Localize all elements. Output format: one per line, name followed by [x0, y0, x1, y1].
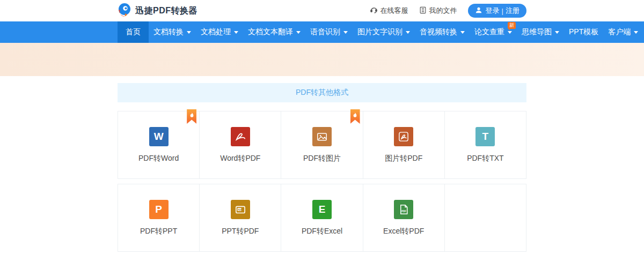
- my-files-label: 我的文件: [429, 6, 457, 16]
- card-label: 图片转PDF: [385, 154, 422, 163]
- converter-grid-row1: W PDF转Word Word转PDF PDF转图片: [118, 111, 526, 179]
- nav-item-av-convert[interactable]: 音视频转换: [415, 21, 470, 43]
- nav-item-home[interactable]: 首页: [118, 21, 149, 43]
- file-pdf-icon: PDF: [394, 200, 413, 219]
- card-pdf-to-excel[interactable]: E PDF转Excel: [281, 184, 363, 252]
- card-pdf-to-ppt[interactable]: P PDF转PPT: [118, 184, 200, 252]
- hot-bookmark-icon: [350, 109, 360, 124]
- main-nav: 首页 文档转换 文档处理 文档文本翻译 语音识别 图片文字识别 音视频转换 论文…: [0, 21, 644, 43]
- card-label: PDF转Word: [138, 154, 179, 163]
- nav-item-doc-convert[interactable]: 文档转换: [149, 21, 196, 43]
- image-icon: [312, 127, 332, 146]
- card-label: PDF转PPT: [140, 227, 177, 236]
- app-logo-icon: [118, 3, 131, 19]
- nav-item-mindmap[interactable]: 思维导图: [517, 21, 564, 43]
- nav-item-ocr[interactable]: 图片文字识别: [353, 21, 415, 43]
- nav-item-ppt-template[interactable]: PPT模板: [564, 21, 603, 43]
- svg-text:PDF: PDF: [238, 208, 242, 211]
- section-header: PDF转其他格式: [118, 83, 526, 102]
- converter-grid-row2: P PDF转PPT PDF PPT转PDF E PDF转Excel PDF Ex…: [118, 184, 526, 252]
- card-label: PPT转PDF: [222, 227, 259, 236]
- nav-item-paper-check[interactable]: 论文查重 新: [470, 21, 517, 43]
- hot-bookmark-icon: [187, 109, 196, 124]
- acrobat-icon: [231, 127, 250, 146]
- nav-item-client[interactable]: 客户端: [603, 21, 643, 43]
- register-label: 注册: [506, 6, 519, 16]
- card-pdf-to-txt[interactable]: T PDF转TXT: [445, 111, 526, 179]
- nav-item-doc-translate[interactable]: 文档文本翻译: [243, 21, 305, 43]
- login-register-button[interactable]: 登录|注册: [468, 4, 526, 18]
- brand-title: 迅捷PDF转换器: [135, 5, 197, 17]
- top-header: 迅捷PDF转换器 在线客服: [0, 0, 644, 21]
- card-excel-to-pdf[interactable]: PDF Excel转PDF: [363, 184, 445, 252]
- word-icon: W: [149, 127, 169, 146]
- ppt-icon: P: [149, 200, 169, 219]
- online-service-link[interactable]: 在线客服: [370, 6, 408, 16]
- svg-text:PDF: PDF: [401, 209, 406, 212]
- card-pdf-to-image[interactable]: PDF转图片: [281, 111, 363, 179]
- login-label: 登录: [486, 6, 500, 16]
- card-label: PDF转TXT: [467, 154, 503, 163]
- section-title: PDF转其他格式: [296, 88, 348, 98]
- excel-icon: E: [312, 200, 332, 219]
- empty-grid-cell: [445, 184, 526, 252]
- login-divider: |: [502, 7, 503, 15]
- card-label: Word转PDF: [220, 154, 260, 163]
- nav-item-doc-process[interactable]: 文档处理: [196, 21, 243, 43]
- card-ppt-to-pdf[interactable]: PDF PPT转PDF: [200, 184, 281, 252]
- acrobat-box-icon: [394, 127, 413, 146]
- file-list-icon: [419, 6, 427, 16]
- my-files-link[interactable]: 我的文件: [419, 6, 457, 16]
- card-label: PDF转Excel: [302, 227, 342, 236]
- promo-banner: [0, 43, 644, 76]
- card-label: PDF转图片: [303, 154, 341, 163]
- new-badge: 新: [508, 22, 516, 29]
- online-service-label: 在线客服: [380, 6, 408, 16]
- card-word-to-pdf[interactable]: Word转PDF: [200, 111, 281, 179]
- nav-item-speech-recognition[interactable]: 语音识别: [305, 21, 353, 43]
- card-image-to-pdf[interactable]: 图片转PDF: [363, 111, 445, 179]
- card-label: Excel转PDF: [383, 227, 424, 236]
- txt-icon: T: [475, 127, 495, 146]
- slide-pdf-icon: PDF: [231, 200, 250, 219]
- card-pdf-to-word[interactable]: W PDF转Word: [118, 111, 200, 179]
- user-icon: [475, 6, 482, 16]
- headset-icon: [370, 6, 378, 16]
- brand-logo[interactable]: 迅捷PDF转换器: [118, 3, 197, 19]
